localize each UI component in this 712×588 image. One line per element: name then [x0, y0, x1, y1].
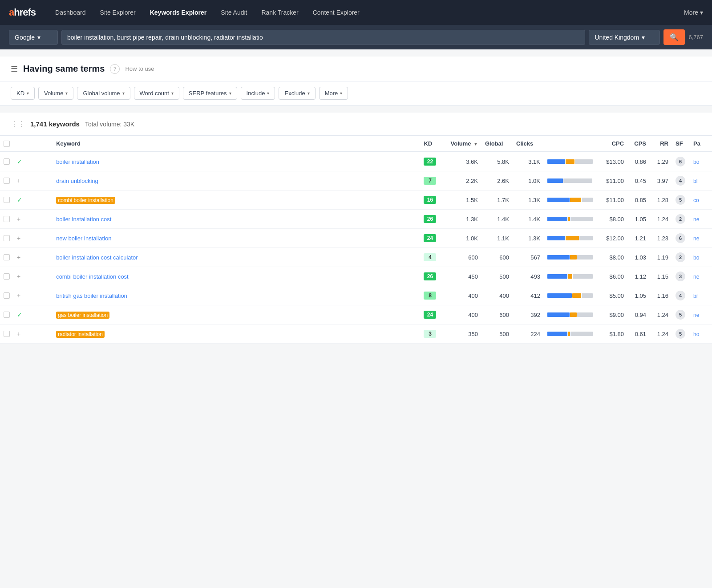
- rr-cell: 1.28: [650, 191, 672, 210]
- logo[interactable]: ahrefs: [9, 7, 36, 18]
- cps-cell: 0.85: [627, 191, 650, 210]
- kd-header[interactable]: KD: [420, 136, 447, 152]
- filter-exclude[interactable]: Exclude ▾: [279, 87, 315, 100]
- chart-cell: [544, 305, 596, 324]
- how-to-use-link[interactable]: How to use: [125, 65, 154, 72]
- row-action-plus[interactable]: +: [17, 273, 20, 280]
- row-checkbox[interactable]: [4, 178, 10, 184]
- row-action-plus[interactable]: +: [17, 235, 20, 242]
- cpc-header[interactable]: CPC: [596, 136, 627, 152]
- keyword-header[interactable]: Keyword: [53, 136, 420, 152]
- bar-gray: [570, 217, 593, 221]
- global-cell: 2.6K: [481, 171, 513, 191]
- row-action-check[interactable]: ✓: [17, 158, 22, 165]
- keyword-link[interactable]: drain unblocking: [56, 178, 98, 184]
- bar-yellow: [572, 293, 581, 298]
- search-button[interactable]: 🔍: [663, 29, 685, 45]
- row-checkbox[interactable]: [4, 254, 10, 260]
- filter-more[interactable]: More ▾: [319, 87, 348, 100]
- sf-header[interactable]: SF: [672, 136, 690, 152]
- row-checkbox[interactable]: [4, 197, 10, 203]
- volume-cell: 2.2K: [447, 171, 481, 191]
- row-action-plus[interactable]: +: [17, 330, 20, 337]
- cps-cell: 1.12: [627, 267, 650, 286]
- nav-dashboard[interactable]: Dashboard: [49, 5, 92, 20]
- results-header: ⋮⋮ 1,741 keywords Total volume: 33K: [0, 113, 712, 136]
- mini-chart: [547, 331, 593, 337]
- row-checkbox[interactable]: [4, 216, 10, 222]
- bar-blue: [547, 159, 565, 164]
- keyword-link[interactable]: combi boiler installation cost: [56, 273, 129, 280]
- filter-serp-features[interactable]: SERP features ▾: [183, 87, 237, 100]
- bar-yellow: [566, 236, 579, 240]
- engine-select[interactable]: Google ▾: [9, 30, 58, 45]
- pa-cell: ne: [690, 210, 712, 229]
- volume-header[interactable]: Volume ▼: [447, 136, 481, 152]
- rr-header[interactable]: RR: [650, 136, 672, 152]
- mini-chart: [547, 197, 593, 203]
- nav-content-explorer[interactable]: Content Explorer: [307, 5, 366, 20]
- nav-site-audit[interactable]: Site Audit: [214, 5, 253, 20]
- nav-rank-tracker[interactable]: Rank Tracker: [255, 5, 304, 20]
- global-header[interactable]: Global: [481, 136, 513, 152]
- pa-cell: br: [690, 286, 712, 305]
- clicks-header[interactable]: Clicks: [513, 136, 544, 152]
- select-all-checkbox[interactable]: [4, 141, 10, 147]
- help-button[interactable]: ?: [110, 64, 120, 74]
- filter-kd[interactable]: KD ▾: [11, 87, 35, 100]
- row-action-check[interactable]: ✓: [17, 196, 22, 203]
- bar-blue: [547, 274, 567, 279]
- row-action-plus[interactable]: +: [17, 215, 20, 223]
- bar-blue: [547, 332, 567, 336]
- clicks-cell: 3.1K: [513, 152, 544, 171]
- row-checkbox[interactable]: [4, 273, 10, 280]
- pa-cell: ne: [690, 267, 712, 286]
- kd-badge: 16: [424, 196, 436, 204]
- keyword-link[interactable]: gas boiler installation: [56, 312, 109, 319]
- nav-more[interactable]: More ▾: [684, 9, 703, 16]
- filter-include[interactable]: Include ▾: [241, 87, 275, 100]
- row-checkbox[interactable]: [4, 312, 10, 318]
- mini-chart: [547, 159, 593, 164]
- row-checkbox[interactable]: [4, 292, 10, 299]
- row-action-plus[interactable]: +: [17, 254, 20, 261]
- row-action-plus[interactable]: +: [17, 292, 20, 299]
- keyword-link[interactable]: combi boiler installation: [56, 197, 115, 204]
- keyword-link[interactable]: boiler installation: [56, 158, 99, 165]
- nav-keywords-explorer[interactable]: Keywords Explorer: [144, 5, 213, 20]
- rr-cell: 1.19: [650, 248, 672, 267]
- filter-word-count[interactable]: Word count ▾: [134, 87, 179, 100]
- row-action-check[interactable]: ✓: [17, 311, 22, 318]
- row-checkbox[interactable]: [4, 331, 10, 337]
- cps-cell: 1.05: [627, 210, 650, 229]
- clicks-cell: 493: [513, 267, 544, 286]
- bar-yellow: [568, 274, 572, 279]
- keyword-link[interactable]: radiator installation: [56, 331, 105, 338]
- filter-global-volume[interactable]: Global volume ▾: [77, 87, 130, 100]
- kd-badge: 24: [424, 311, 436, 319]
- kd-badge: 8: [424, 292, 436, 300]
- pa-header[interactable]: Pa: [690, 136, 712, 152]
- keyword-link[interactable]: new boiler installation: [56, 235, 111, 242]
- chart-col-header: [544, 136, 596, 152]
- keyword-link[interactable]: boiler installation cost calculator: [56, 254, 138, 261]
- cps-header[interactable]: CPS: [627, 136, 650, 152]
- row-checkbox[interactable]: [4, 158, 10, 165]
- bar-gray: [579, 236, 593, 240]
- filter-volume[interactable]: Volume ▾: [38, 87, 73, 100]
- nav-site-explorer[interactable]: Site Explorer: [94, 5, 142, 20]
- rr-cell: 1.24: [650, 210, 672, 229]
- row-checkbox[interactable]: [4, 235, 10, 241]
- menu-icon[interactable]: ☰: [11, 64, 18, 74]
- kd-badge: 26: [424, 215, 436, 223]
- search-input[interactable]: [61, 30, 585, 45]
- bar-gray: [577, 312, 593, 317]
- clicks-cell: 1.0K: [513, 171, 544, 191]
- keyword-link[interactable]: boiler installation cost: [56, 216, 111, 223]
- country-select[interactable]: United Kingdom ▾: [589, 30, 660, 45]
- kd-badge: 7: [424, 177, 436, 185]
- pa-value: ne: [693, 312, 699, 318]
- table-row: +new boiler installation241.0K1.1K1.3K $…: [0, 229, 712, 248]
- row-action-plus[interactable]: +: [17, 177, 20, 184]
- keyword-link[interactable]: british gas boiler installation: [56, 292, 127, 299]
